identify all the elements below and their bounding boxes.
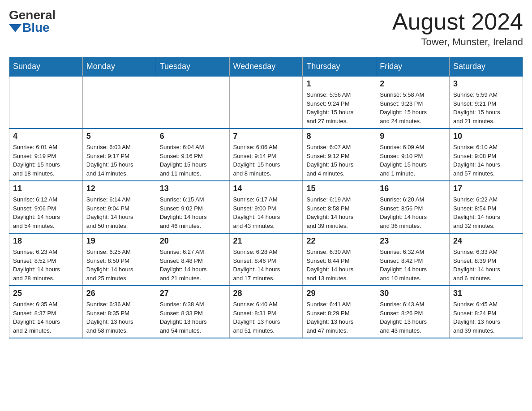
- day-info: Sunrise: 6:35 AM Sunset: 8:37 PM Dayligh…: [13, 300, 79, 335]
- calendar-cell: 30Sunrise: 6:43 AM Sunset: 8:26 PM Dayli…: [376, 286, 450, 338]
- location-subtitle: Tower, Munster, Ireland: [392, 36, 523, 48]
- day-number: 13: [160, 184, 226, 193]
- calendar-cell: 3Sunrise: 5:59 AM Sunset: 9:21 PM Daylig…: [450, 76, 523, 128]
- day-info: Sunrise: 6:06 AM Sunset: 9:14 PM Dayligh…: [233, 143, 299, 178]
- calendar-cell: [9, 76, 83, 128]
- calendar-day-header: Wednesday: [229, 57, 303, 77]
- calendar-cell: 19Sunrise: 6:25 AM Sunset: 8:50 PM Dayli…: [82, 233, 156, 286]
- calendar-week-row: 18Sunrise: 6:23 AM Sunset: 8:52 PM Dayli…: [9, 233, 523, 286]
- calendar-cell: 2Sunrise: 5:58 AM Sunset: 9:23 PM Daylig…: [376, 76, 450, 128]
- day-info: Sunrise: 6:17 AM Sunset: 9:00 PM Dayligh…: [233, 195, 299, 230]
- calendar-week-row: 4Sunrise: 6:01 AM Sunset: 9:19 PM Daylig…: [9, 128, 523, 181]
- day-info: Sunrise: 6:25 AM Sunset: 8:50 PM Dayligh…: [86, 248, 152, 283]
- day-number: 20: [160, 236, 226, 246]
- calendar-cell: 25Sunrise: 6:35 AM Sunset: 8:37 PM Dayli…: [9, 286, 83, 338]
- day-info: Sunrise: 6:30 AM Sunset: 8:44 PM Dayligh…: [306, 248, 372, 283]
- day-number: 27: [160, 289, 226, 298]
- day-info: Sunrise: 6:10 AM Sunset: 9:08 PM Dayligh…: [453, 143, 519, 178]
- day-info: Sunrise: 5:56 AM Sunset: 9:24 PM Dayligh…: [306, 90, 372, 125]
- day-number: 26: [86, 289, 152, 298]
- day-number: 23: [380, 236, 446, 246]
- day-number: 25: [13, 289, 79, 298]
- day-number: 7: [233, 132, 299, 141]
- logo: General Blue: [9, 9, 56, 34]
- page-header: General Blue August 2024 Tower, Munster,…: [9, 9, 523, 48]
- day-info: Sunrise: 6:27 AM Sunset: 8:48 PM Dayligh…: [160, 248, 226, 283]
- day-number: 19: [86, 236, 152, 246]
- calendar-cell: 7Sunrise: 6:06 AM Sunset: 9:14 PM Daylig…: [229, 128, 303, 181]
- day-number: 12: [86, 184, 152, 193]
- day-info: Sunrise: 6:01 AM Sunset: 9:19 PM Dayligh…: [13, 143, 79, 178]
- day-number: 11: [13, 184, 79, 193]
- day-number: 24: [453, 236, 519, 246]
- day-info: Sunrise: 5:59 AM Sunset: 9:21 PM Dayligh…: [453, 90, 519, 125]
- calendar-week-row: 1Sunrise: 5:56 AM Sunset: 9:24 PM Daylig…: [9, 76, 523, 128]
- calendar-day-header: Saturday: [450, 57, 523, 77]
- day-info: Sunrise: 6:28 AM Sunset: 8:46 PM Dayligh…: [233, 248, 299, 283]
- day-number: 16: [380, 184, 446, 193]
- logo-blue-text: Blue: [22, 21, 50, 34]
- day-info: Sunrise: 6:20 AM Sunset: 8:56 PM Dayligh…: [380, 195, 446, 230]
- day-info: Sunrise: 6:32 AM Sunset: 8:42 PM Dayligh…: [380, 248, 446, 283]
- calendar-cell: 4Sunrise: 6:01 AM Sunset: 9:19 PM Daylig…: [9, 128, 83, 181]
- day-info: Sunrise: 6:19 AM Sunset: 8:58 PM Dayligh…: [306, 195, 372, 230]
- day-number: 15: [306, 184, 372, 193]
- calendar-cell: 15Sunrise: 6:19 AM Sunset: 8:58 PM Dayli…: [303, 181, 376, 233]
- calendar-cell: 11Sunrise: 6:12 AM Sunset: 9:06 PM Dayli…: [9, 181, 83, 233]
- calendar-week-row: 25Sunrise: 6:35 AM Sunset: 8:37 PM Dayli…: [9, 286, 523, 338]
- calendar-cell: 6Sunrise: 6:04 AM Sunset: 9:16 PM Daylig…: [156, 128, 229, 181]
- day-info: Sunrise: 6:38 AM Sunset: 8:33 PM Dayligh…: [160, 300, 226, 335]
- day-number: 8: [306, 132, 372, 141]
- calendar-cell: 29Sunrise: 6:41 AM Sunset: 8:29 PM Dayli…: [303, 286, 376, 338]
- day-info: Sunrise: 6:03 AM Sunset: 9:17 PM Dayligh…: [86, 143, 152, 178]
- day-info: Sunrise: 6:04 AM Sunset: 9:16 PM Dayligh…: [160, 143, 226, 178]
- calendar-cell: 22Sunrise: 6:30 AM Sunset: 8:44 PM Dayli…: [303, 233, 376, 286]
- calendar-week-row: 11Sunrise: 6:12 AM Sunset: 9:06 PM Dayli…: [9, 181, 523, 233]
- day-number: 29: [306, 289, 372, 298]
- logo-triangle-icon: [9, 24, 21, 32]
- month-title: August 2024: [392, 9, 523, 34]
- day-info: Sunrise: 5:58 AM Sunset: 9:23 PM Dayligh…: [380, 90, 446, 125]
- calendar-cell: 21Sunrise: 6:28 AM Sunset: 8:46 PM Dayli…: [229, 233, 303, 286]
- day-number: 5: [86, 132, 152, 141]
- calendar-cell: 10Sunrise: 6:10 AM Sunset: 9:08 PM Dayli…: [450, 128, 523, 181]
- day-info: Sunrise: 6:36 AM Sunset: 8:35 PM Dayligh…: [86, 300, 152, 335]
- day-info: Sunrise: 6:12 AM Sunset: 9:06 PM Dayligh…: [13, 195, 79, 230]
- day-info: Sunrise: 6:23 AM Sunset: 8:52 PM Dayligh…: [13, 248, 79, 283]
- calendar-cell: 31Sunrise: 6:45 AM Sunset: 8:24 PM Dayli…: [450, 286, 523, 338]
- calendar-header-row: SundayMondayTuesdayWednesdayThursdayFrid…: [9, 57, 523, 77]
- day-info: Sunrise: 6:33 AM Sunset: 8:39 PM Dayligh…: [453, 248, 519, 283]
- day-info: Sunrise: 6:07 AM Sunset: 9:12 PM Dayligh…: [306, 143, 372, 178]
- calendar-cell: 8Sunrise: 6:07 AM Sunset: 9:12 PM Daylig…: [303, 128, 376, 181]
- calendar-cell: 9Sunrise: 6:09 AM Sunset: 9:10 PM Daylig…: [376, 128, 450, 181]
- calendar-cell: 20Sunrise: 6:27 AM Sunset: 8:48 PM Dayli…: [156, 233, 229, 286]
- calendar-cell: 24Sunrise: 6:33 AM Sunset: 8:39 PM Dayli…: [450, 233, 523, 286]
- day-info: Sunrise: 6:22 AM Sunset: 8:54 PM Dayligh…: [453, 195, 519, 230]
- day-info: Sunrise: 6:15 AM Sunset: 9:02 PM Dayligh…: [160, 195, 226, 230]
- title-block: August 2024 Tower, Munster, Ireland: [392, 9, 523, 48]
- day-info: Sunrise: 6:43 AM Sunset: 8:26 PM Dayligh…: [380, 300, 446, 335]
- day-number: 4: [13, 132, 79, 141]
- day-number: 10: [453, 132, 519, 141]
- calendar-cell: [229, 76, 303, 128]
- day-number: 31: [453, 289, 519, 298]
- calendar-cell: 14Sunrise: 6:17 AM Sunset: 9:00 PM Dayli…: [229, 181, 303, 233]
- day-number: 3: [453, 79, 519, 89]
- calendar-cell: [82, 76, 156, 128]
- day-number: 30: [380, 289, 446, 298]
- calendar-cell: 16Sunrise: 6:20 AM Sunset: 8:56 PM Dayli…: [376, 181, 450, 233]
- day-number: 9: [380, 132, 446, 141]
- logo-general-text: General: [9, 9, 56, 21]
- day-info: Sunrise: 6:41 AM Sunset: 8:29 PM Dayligh…: [306, 300, 372, 335]
- calendar-cell: 28Sunrise: 6:40 AM Sunset: 8:31 PM Dayli…: [229, 286, 303, 338]
- calendar-cell: 26Sunrise: 6:36 AM Sunset: 8:35 PM Dayli…: [82, 286, 156, 338]
- calendar-cell: 13Sunrise: 6:15 AM Sunset: 9:02 PM Dayli…: [156, 181, 229, 233]
- day-info: Sunrise: 6:40 AM Sunset: 8:31 PM Dayligh…: [233, 300, 299, 335]
- day-number: 22: [306, 236, 372, 246]
- day-number: 18: [13, 236, 79, 246]
- calendar-day-header: Monday: [82, 57, 156, 77]
- calendar-day-header: Tuesday: [156, 57, 229, 77]
- calendar-cell: 18Sunrise: 6:23 AM Sunset: 8:52 PM Dayli…: [9, 233, 83, 286]
- calendar-cell: 23Sunrise: 6:32 AM Sunset: 8:42 PM Dayli…: [376, 233, 450, 286]
- day-number: 14: [233, 184, 299, 193]
